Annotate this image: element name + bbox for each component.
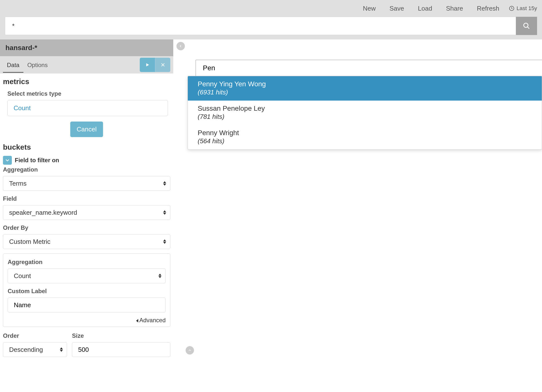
cancel-button[interactable]: Cancel (70, 122, 103, 137)
autocomplete-item[interactable]: Sussan Penelope Ley (781 hits) (188, 101, 542, 125)
searchbar (5, 17, 537, 35)
search-button[interactable] (516, 17, 537, 35)
autocomplete-input-wrap (195, 60, 542, 76)
sub-aggregation-value: Count (14, 272, 31, 280)
config-sidebar: hansard-* Data Options metrics Select me… (0, 39, 173, 357)
time-range-label: Last 15y (517, 5, 537, 12)
custom-label-label: Custom Label (8, 288, 166, 295)
caret-left-icon (136, 319, 138, 322)
advanced-toggle[interactable]: Advanced (8, 312, 166, 324)
aggregation-label: Aggregation (3, 166, 170, 173)
bucket-filter-label: Field to filter on (15, 157, 59, 164)
menu-save[interactable]: Save (383, 5, 411, 12)
metrics-type-label: Select metrics type (7, 90, 170, 97)
searchbar-container (0, 17, 542, 39)
close-icon (160, 62, 165, 67)
autocomplete-item[interactable]: Penny Ying Yen Wong (6931 hits) (188, 76, 542, 101)
svg-point-1 (524, 23, 528, 28)
play-icon (145, 62, 150, 68)
index-pattern-header[interactable]: hansard-* (0, 39, 173, 56)
aggregation-value: Terms (9, 180, 27, 187)
autocomplete-item-hits: (564 hits) (198, 137, 532, 145)
menu-new[interactable]: New (356, 5, 383, 12)
select-caret-icon (158, 274, 161, 278)
autocomplete-item[interactable]: Penny Wright (564 hits) (188, 125, 542, 149)
custom-label-input[interactable] (8, 298, 166, 312)
config-body: metrics Select metrics type Count Cancel… (0, 73, 173, 357)
order-label: Order (3, 332, 67, 339)
chevron-left-icon (179, 44, 182, 48)
advanced-label: Advanced (139, 317, 166, 323)
bucket-toggle[interactable] (3, 156, 12, 165)
autocomplete-item-name: Sussan Penelope Ley (198, 105, 532, 112)
size-label: Size (72, 332, 170, 339)
search-icon (523, 22, 530, 30)
order-value: Descending (9, 346, 43, 354)
custom-metric-panel: Aggregation Count Custom Label Advanced (3, 253, 170, 327)
select-caret-icon (163, 181, 166, 186)
metrics-heading: metrics (3, 77, 170, 86)
field-label: Field (3, 195, 170, 202)
sub-aggregation-label: Aggregation (8, 259, 166, 266)
field-select[interactable]: speaker_name.keyword (3, 205, 170, 220)
tabs-row: Data Options (0, 56, 173, 73)
tabs: Data Options (3, 57, 140, 73)
content-area: Penny Ying Yen Wong (6931 hits) Sussan P… (188, 39, 542, 357)
buckets-heading: buckets (3, 143, 170, 151)
menu-load[interactable]: Load (411, 5, 439, 12)
menu-share[interactable]: Share (439, 5, 470, 12)
autocomplete-item-hits: (781 hits) (198, 113, 532, 121)
top-toolbar: New Save Load Share Refresh Last 15y (0, 0, 542, 17)
tab-options[interactable]: Options (23, 57, 52, 73)
scroll-up-button[interactable] (186, 346, 194, 355)
orderby-value: Custom Metric (9, 238, 51, 246)
metric-count-box[interactable]: Count (7, 100, 168, 116)
chevron-up-icon (188, 349, 192, 352)
order-select[interactable]: Descending (3, 342, 67, 357)
menu-refresh[interactable]: Refresh (470, 5, 506, 12)
aggregation-select[interactable]: Terms (3, 176, 170, 191)
autocomplete-input[interactable] (203, 64, 535, 72)
field-value: speaker_name.keyword (9, 209, 77, 216)
apply-button[interactable] (140, 58, 155, 72)
caret-down-icon (5, 159, 9, 161)
select-caret-icon (60, 347, 63, 352)
autocomplete-item-hits: (6931 hits) (198, 89, 532, 96)
autocomplete-item-name: Penny Wright (198, 129, 532, 137)
discard-button[interactable] (155, 58, 170, 72)
clock-icon (509, 5, 515, 11)
select-caret-icon (163, 210, 166, 215)
orderby-label: Order By (3, 224, 170, 231)
tab-data[interactable]: Data (3, 57, 23, 73)
select-caret-icon (163, 239, 166, 244)
size-input[interactable] (72, 342, 170, 357)
svg-line-2 (527, 27, 529, 29)
orderby-select[interactable]: Custom Metric (3, 234, 170, 249)
query-input[interactable] (5, 17, 516, 35)
bucket-filter-row: Field to filter on (3, 156, 170, 165)
sub-aggregation-select[interactable]: Count (8, 268, 166, 283)
collapse-sidebar-button[interactable] (176, 42, 185, 50)
time-range-picker[interactable]: Last 15y (506, 5, 537, 12)
autocomplete-item-name: Penny Ying Yen Wong (198, 80, 532, 88)
main-layout: hansard-* Data Options metrics Select me… (0, 39, 542, 357)
collapse-column (173, 39, 188, 357)
tab-actions (140, 58, 170, 72)
scroll-up-wrap (186, 346, 194, 355)
autocomplete-dropdown: Penny Ying Yen Wong (6931 hits) Sussan P… (188, 76, 542, 150)
